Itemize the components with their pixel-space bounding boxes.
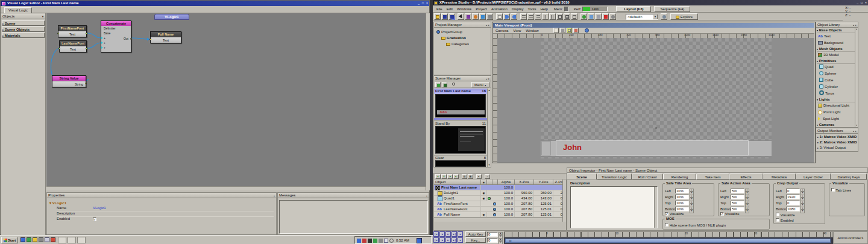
visible-eye-icon[interactable]: ◉ [481,190,487,196]
tab-take-item[interactable]: Take Item [696,174,729,180]
tab-layer-order[interactable]: Layer Order [796,174,831,180]
table-row-delight1[interactable]: DeLight1 ◉ 100.0 960.00 360.00 2 [434,190,563,196]
go-first-button-2[interactable]: |◄ [433,237,439,243]
layers-button[interactable] [595,13,602,20]
sta-right-field[interactable]: Right10%▲▼ [665,194,694,199]
scale-tool-button[interactable] [479,13,486,20]
timeline-ruler[interactable]: 0 10 20 30 40 [504,231,833,237]
frame-spinner-1[interactable]: 0▲▼ [487,231,503,237]
close-icon[interactable]: × [488,77,490,81]
tray-icon-6[interactable] [384,239,388,243]
key-button[interactable]: Key... [465,237,486,243]
column-y-pos[interactable]: Y-Pos [534,180,553,185]
tree-item-projectgroup[interactable]: ProjectGroup [436,30,462,34]
collapse-all-button[interactable]: ▦ [468,174,473,179]
taskbar-window-button-3[interactable] [77,237,86,243]
viewport-menu-camera[interactable]: Camera [495,29,508,33]
section-materials[interactable]: ▸ Materials [2,33,45,38]
library-item-cube[interactable]: Cube [818,77,856,84]
monitor-item-1[interactable]: ▸ 1: Matrox Video XMIO ⚠ [817,135,857,139]
viewport-mode-button-2[interactable] [560,28,565,33]
node-string-value[interactable]: String Value String [52,75,86,87]
crop-bottom-field[interactable]: Bottom1080▲▼ [776,206,805,211]
node-lastnamefont[interactable]: LastNameFont Text [59,40,87,52]
section-scene-objects[interactable]: ▸ Scene Objects [2,27,45,32]
indent-button[interactable]: ► [453,174,459,179]
library-item-3d-model[interactable]: 3D Model [818,52,856,58]
tray-icon-2[interactable] [362,239,366,243]
timeline-bar[interactable]: 0 [505,239,831,243]
xp-maximize-button[interactable]: □ [861,0,863,5]
library-item-cylinder[interactable]: Cylinder [818,84,856,90]
open-project-button[interactable] [434,13,441,20]
taskbar-window-button-2[interactable] [68,237,76,243]
column-x-pos[interactable]: X-Pos [515,180,534,185]
step-back-button-1[interactable]: ◄ [439,231,445,237]
input-pin[interactable] [149,39,151,40]
outdent-button[interactable]: ◄ [447,174,453,179]
sta-bottom-field[interactable]: Bottom10%▲▼ [665,206,694,211]
property-row-name[interactable]: Name VLogic1 [57,206,274,211]
anim-controller-status[interactable]: AnimController1 [833,231,868,244]
take-online-button[interactable] [435,82,441,87]
scene-thumbnail-1[interactable]: John [435,94,486,117]
scene-thumbnail-3[interactable] [435,160,486,167]
column-lock[interactable] [487,180,492,185]
crop-left-field[interactable]: Left0▲▼ [776,188,805,193]
crop-enabled-checkbox[interactable]: Enabled [776,218,794,222]
sta-left-field[interactable]: Left10%▲▼ [665,188,694,193]
table-row-lastnamefont[interactable]: Ab LastNameFont 100.0 207.80 125.01 0 [434,207,563,212]
properties-group-vlogic1[interactable]: ▾ VLogic1 [49,201,66,205]
tab-transition-logic[interactable]: Transition Logic [597,174,632,180]
align-left-button[interactable] [520,13,527,20]
rotate-tool-button[interactable] [472,13,479,20]
settings-gear-button[interactable] [661,13,667,20]
viewport-title-bar[interactable]: Main Viewport (Front) [493,23,814,28]
property-row-description[interactable]: Description [57,211,274,217]
go-last-button-2[interactable]: ►| [451,237,457,243]
tab-roll-crawl[interactable]: Roll / Crawl [632,174,663,180]
scene-thumbnail-2[interactable] [435,126,486,154]
tree-item-graduation[interactable]: Graduation [441,36,466,40]
node-concatenate[interactable]: Concatenate Delimiter Base + + + Out [101,20,131,52]
library-group-cameras[interactable]: ▾ Cameras [817,122,857,128]
library-group-lights[interactable]: ▾ Lights [817,97,857,102]
taskbar-window-button-1[interactable] [58,237,66,243]
expand-all-button[interactable]: ▤ [462,174,467,179]
start-button[interactable]: Start [1,237,18,243]
library-item-point-light[interactable]: Point Light [818,109,856,116]
align-top-button[interactable] [542,13,549,20]
scene-item-clear[interactable]: Clear8 [434,155,487,160]
visible-eye-icon[interactable]: ◉ [481,212,487,217]
tab-datalinq-keys[interactable]: Datalinq Keys [831,174,867,180]
play-button-1[interactable]: ► [445,231,451,237]
distribute-h-button[interactable] [549,13,556,20]
search-icon[interactable] [452,83,455,86]
vle-title-bar[interactable]: Visual Logic Editor - First Nam Last nam… [1,1,429,6]
quick-launch-icon-5[interactable] [45,237,49,242]
go-first-button-1[interactable]: |◄ [433,231,439,237]
tray-icon-8[interactable] [417,238,422,243]
sequence-button[interactable]: Sequence (F4) [654,6,690,12]
textarea-scrollbar[interactable] [654,187,657,228]
save-all-button[interactable] [448,13,455,20]
scene-refresh-button[interactable] [580,13,587,20]
section-scene[interactable]: ▸ Scene [2,20,45,26]
object-manager-hscrollbar[interactable] [434,217,563,222]
vle-close-button[interactable]: × [426,1,428,6]
stop-button-2[interactable]: ● [458,237,463,243]
output-pin[interactable] [85,83,87,84]
library-item-sphere[interactable]: Sphere [818,70,856,77]
align-right-button[interactable] [535,13,541,20]
close-icon[interactable]: × [855,23,857,27]
move-tool-button[interactable] [465,13,471,20]
vlogic-canvas[interactable]: VLogic1 FirstNameFont Text LastNameFont … [46,13,430,190]
play-button-2[interactable]: ► [445,237,451,243]
crop-right-field[interactable]: Right1920▲▼ [776,194,805,199]
frame-spinner-2[interactable]: 0▲▼ [487,237,503,243]
stop-button-1[interactable]: ● [458,231,463,237]
input-pin[interactable] [58,48,60,49]
column-logic[interactable] [492,180,498,185]
enabled-checkbox[interactable]: ✓ [93,217,96,221]
explore-button[interactable]: Explore [670,13,698,20]
